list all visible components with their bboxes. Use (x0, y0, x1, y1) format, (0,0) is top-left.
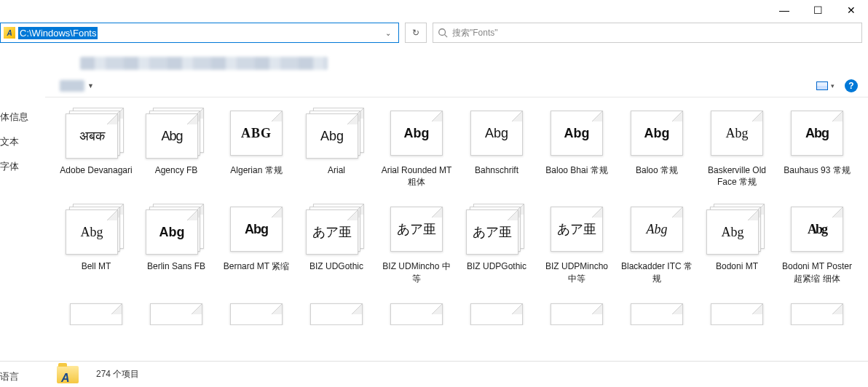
font-sample: あア亜 (397, 220, 436, 238)
font-sample: Abg (805, 126, 829, 141)
chevron-down-icon[interactable]: ▾ (831, 82, 835, 89)
font-item[interactable] (60, 300, 133, 325)
svg-point-0 (439, 29, 446, 36)
font-item[interactable]: あア亜BIZ UDGothic (300, 204, 373, 284)
font-label: Baskerville Old Face 常规 (701, 164, 773, 188)
search-icon (438, 28, 448, 38)
folder-fonts-icon (4, 27, 15, 39)
font-sample: Abg (808, 222, 826, 237)
font-thumbnail (626, 300, 687, 325)
font-sample: Abg (404, 126, 430, 141)
font-item[interactable] (620, 300, 693, 325)
font-thumbnail: ABG (226, 108, 287, 160)
font-label: Arial Rounded MT 粗体 (380, 164, 453, 188)
font-item[interactable]: AbgBaskerville Old Face 常规 (701, 108, 773, 188)
font-thumbnail: あア亜 (386, 204, 447, 256)
sidebar-item-fontinfo[interactable]: 体信息 (0, 105, 45, 129)
font-item[interactable]: AbgBahnschrift (460, 108, 533, 188)
main-area: 体信息 文本 字体 ▼ ▾ ? अबकAdobe DevanagariAbgAg… (0, 74, 868, 354)
sidebar-item-language[interactable]: 语言 (0, 370, 57, 383)
font-item[interactable]: अबकAdobe Devanagari (60, 108, 133, 188)
close-button[interactable]: ✕ (835, 0, 868, 20)
address-bar[interactable]: C:\Windows\Fonts ⌄ (0, 23, 399, 43)
font-label: BIZ UDPMincho 中等 (540, 260, 613, 284)
font-sample: あア亜 (312, 223, 352, 241)
font-item[interactable] (140, 300, 213, 325)
font-sample: Abg (245, 222, 268, 237)
font-item[interactable] (540, 300, 613, 325)
font-item[interactable]: AbgBaloo 常规 (620, 108, 693, 188)
font-item[interactable] (701, 300, 773, 325)
font-item[interactable]: あア亜BIZ UDPMincho 中等 (540, 204, 613, 284)
svg-line-1 (445, 35, 448, 38)
font-sample: Abg (81, 225, 103, 240)
chevron-down-icon[interactable]: ▼ (87, 82, 94, 89)
font-label: Arial (328, 164, 345, 176)
refresh-button[interactable]: ↻ (405, 23, 427, 43)
maximize-button[interactable]: ☐ (801, 0, 835, 20)
font-item[interactable]: ABGAlgerian 常规 (220, 108, 293, 188)
view-mode-icon[interactable] (816, 81, 828, 90)
font-thumbnail: Abg (66, 204, 127, 256)
font-label: Bell MT (82, 260, 111, 272)
font-item[interactable]: AbgBell MT (60, 204, 133, 284)
font-item[interactable]: AbgArial Rounded MT 粗体 (380, 108, 453, 188)
font-thumbnail: Abg (786, 108, 848, 160)
font-item[interactable]: AbgBernard MT 紧缩 (220, 204, 293, 284)
font-item[interactable]: AbgAgency FB (140, 108, 213, 188)
font-sample: ABG (241, 126, 272, 141)
font-thumbnail: Abg (786, 204, 848, 256)
font-item[interactable]: AbgArial (300, 108, 373, 188)
font-label: BIZ UDGothic (309, 260, 363, 272)
font-thumbnail: Abg (626, 204, 687, 256)
font-item[interactable] (380, 300, 453, 325)
font-sample: Abg (722, 225, 744, 240)
font-thumbnail (466, 300, 527, 325)
content-pane: ▼ ▾ ? अबकAdobe DevanagariAbgAgency FBABG… (45, 74, 868, 354)
search-input[interactable]: 搜索"Fonts" (433, 23, 862, 43)
font-thumbnail (386, 300, 447, 325)
font-item[interactable]: あア亜BIZ UDPGothic (460, 204, 533, 284)
font-sample: Abg (644, 126, 670, 141)
search-placeholder: 搜索"Fonts" (452, 27, 498, 39)
font-item[interactable] (781, 300, 853, 325)
address-dropdown-icon[interactable]: ⌄ (381, 29, 395, 37)
font-thumbnail: あア亜 (306, 204, 367, 256)
font-item[interactable] (300, 300, 373, 325)
font-sample: Abg (647, 222, 668, 237)
font-thumbnail (306, 300, 367, 325)
font-label: Blackadder ITC 常规 (620, 260, 693, 284)
font-sample: Abg (485, 126, 508, 141)
breadcrumb-row (0, 45, 868, 74)
font-label: Baloo Bhai 常规 (545, 164, 607, 176)
font-thumbnail: あア亜 (466, 204, 527, 256)
font-thumbnail (226, 300, 287, 325)
font-thumbnail: あア亜 (546, 204, 607, 256)
font-item[interactable] (460, 300, 533, 325)
font-item[interactable] (220, 300, 293, 325)
font-item[interactable]: あア亜BIZ UDMincho 中等 (380, 204, 453, 284)
help-button[interactable]: ? (845, 79, 858, 92)
toolbar-organize-blurred[interactable] (60, 80, 84, 92)
font-thumbnail: Abg (146, 204, 207, 256)
font-label: BIZ UDMincho 中等 (380, 260, 453, 284)
font-label: Algerian 常规 (230, 164, 282, 176)
window-controls: — ☐ ✕ (768, 0, 868, 20)
minimize-button[interactable]: — (768, 0, 801, 20)
font-label: BIZ UDPGothic (467, 260, 526, 272)
font-sample: Abg (161, 129, 182, 144)
sidebar-item-font[interactable]: 字体 (0, 154, 45, 179)
font-item[interactable]: AbgBlackadder ITC 常规 (620, 204, 693, 284)
font-item[interactable]: AbgBerlin Sans FB (140, 204, 213, 284)
font-item[interactable]: AbgBaloo Bhai 常规 (540, 108, 613, 188)
font-thumbnail: Abg (226, 204, 287, 256)
font-item[interactable]: AbgBodoni MT Poster 超紧缩 细体 (781, 204, 853, 284)
font-item[interactable]: AbgBodoni MT (701, 204, 773, 284)
font-thumbnail: Abg (706, 204, 768, 256)
sidebar-item-text[interactable]: 文本 (0, 129, 45, 154)
font-label: Bauhaus 93 常规 (784, 164, 850, 176)
font-grid-scroll[interactable]: अबकAdobe DevanagariAbgAgency FBABGAlgeri… (45, 97, 868, 354)
font-thumbnail: Abg (386, 108, 447, 160)
font-label: Bernard MT 紧缩 (224, 260, 289, 272)
font-item[interactable]: AbgBauhaus 93 常规 (781, 108, 853, 188)
